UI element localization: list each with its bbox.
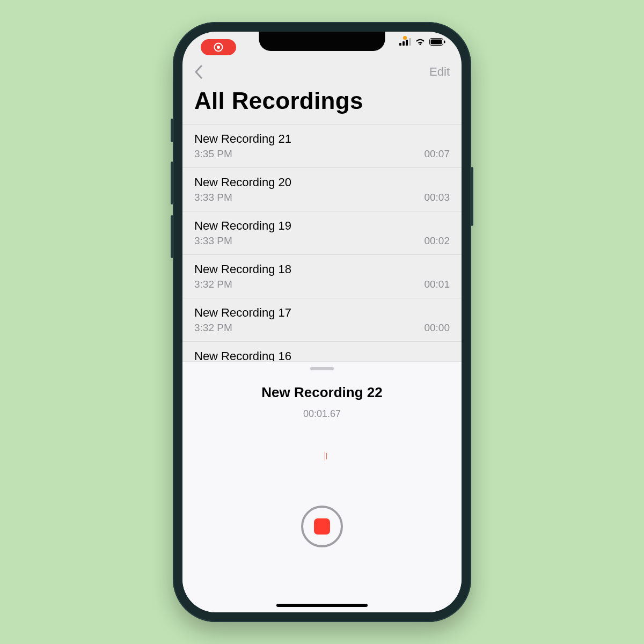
svg-point-1 bbox=[217, 46, 220, 49]
recording-name: New Recording 19 bbox=[194, 219, 450, 233]
svg-rect-3 bbox=[431, 40, 442, 45]
recording-time: 3:32 PM bbox=[194, 322, 232, 334]
active-recording-title: New Recording 22 bbox=[261, 384, 382, 401]
recording-name: New Recording 17 bbox=[194, 306, 450, 320]
recording-row[interactable]: New Recording 19 3:33 PM 00:02 bbox=[182, 211, 462, 255]
recording-row[interactable]: New Recording 18 3:32 PM 00:01 bbox=[182, 255, 462, 298]
battery-icon bbox=[429, 38, 445, 46]
nav-bar: Edit bbox=[182, 60, 462, 84]
stop-icon bbox=[314, 518, 330, 535]
phone-frame: Edit All Recordings New Recording 21 3:3… bbox=[173, 22, 471, 622]
recording-name: New Recording 20 bbox=[194, 175, 450, 189]
recording-row[interactable]: New Recording 17 3:32 PM 00:00 bbox=[182, 298, 462, 342]
cellular-signal-icon bbox=[399, 38, 411, 46]
back-button[interactable] bbox=[194, 65, 203, 79]
mute-switch bbox=[171, 119, 173, 142]
elapsed-time: 00:01.67 bbox=[303, 408, 341, 420]
screen: Edit All Recordings New Recording 21 3:3… bbox=[182, 32, 462, 612]
recording-duration: 00:00 bbox=[424, 322, 450, 334]
recording-time: 3:35 PM bbox=[194, 148, 232, 160]
recording-indicator-pill[interactable] bbox=[201, 39, 236, 55]
waveform-baseline bbox=[327, 455, 444, 456]
recording-name: New Recording 16 bbox=[194, 349, 450, 361]
recording-row[interactable]: New Recording 16 bbox=[182, 342, 462, 361]
recording-row[interactable]: New Recording 21 3:35 PM 00:07 bbox=[182, 125, 462, 168]
recording-time: 3:32 PM bbox=[194, 279, 232, 290]
waveform-sample bbox=[326, 453, 327, 459]
power-button bbox=[471, 167, 473, 226]
recording-sheet[interactable]: New Recording 22 00:01.67 bbox=[182, 361, 462, 612]
notch bbox=[259, 32, 385, 51]
recording-time: 3:33 PM bbox=[194, 235, 232, 247]
recording-duration: 00:02 bbox=[424, 235, 450, 247]
waveform-sample bbox=[325, 452, 325, 460]
recording-duration: 00:03 bbox=[424, 192, 450, 203]
edit-button[interactable]: Edit bbox=[429, 65, 450, 79]
home-indicator[interactable] bbox=[276, 604, 368, 607]
wifi-icon bbox=[415, 38, 426, 46]
recording-name: New Recording 18 bbox=[194, 262, 450, 276]
waveform[interactable] bbox=[182, 444, 462, 468]
sheet-grabber[interactable] bbox=[310, 367, 334, 370]
record-icon bbox=[213, 42, 224, 53]
page-title: All Recordings bbox=[182, 84, 462, 124]
recordings-list[interactable]: New Recording 21 3:35 PM 00:07 New Recor… bbox=[182, 124, 462, 361]
chevron-left-icon bbox=[194, 65, 203, 79]
volume-up-button bbox=[171, 162, 173, 204]
stop-recording-button[interactable] bbox=[301, 506, 343, 547]
recording-row[interactable]: New Recording 20 3:33 PM 00:03 bbox=[182, 168, 462, 211]
volume-down-button bbox=[171, 215, 173, 258]
recording-duration: 00:07 bbox=[424, 148, 450, 160]
recording-duration: 00:01 bbox=[424, 279, 450, 290]
recording-time: 3:33 PM bbox=[194, 192, 232, 203]
svg-rect-4 bbox=[444, 41, 445, 43]
recording-name: New Recording 21 bbox=[194, 132, 450, 146]
